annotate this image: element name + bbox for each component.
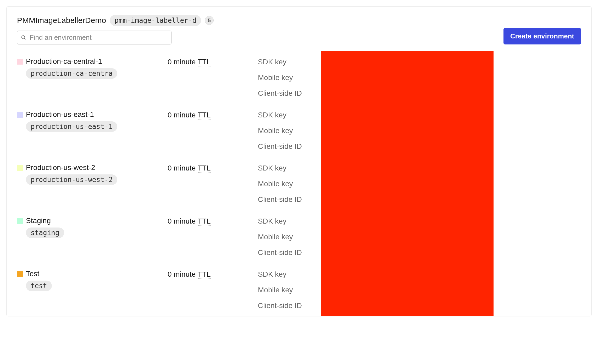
- environment-key-badge: production-ca-centra: [26, 68, 117, 79]
- ttl-value: 0 minute TTL: [168, 57, 258, 66]
- ttl-prefix: 0 minute: [168, 217, 198, 225]
- svg-point-0: [22, 36, 25, 39]
- header-left: PMMImageLabellerDemo pmm-image-labeller-…: [17, 15, 214, 44]
- client-key-label: Client-side ID: [258, 302, 302, 310]
- ttl-value: 0 minute TTL: [168, 217, 258, 225]
- color-swatch: [17, 271, 23, 277]
- ttl-prefix: 0 minute: [168, 164, 198, 172]
- environment-key-badge: production-us-west-2: [26, 174, 117, 185]
- environment-name: Staging: [26, 217, 64, 225]
- project-key-badge: pmm-image-labeller-d: [110, 15, 201, 26]
- sdk-key-label: SDK key: [258, 111, 302, 119]
- color-swatch: [17, 112, 23, 118]
- environment-row[interactable]: Production-us-east-1production-us-east-1…: [7, 104, 591, 157]
- ttl-abbr: TTL: [198, 217, 211, 226]
- environment-name-column: Production-us-west-2production-us-west-2: [17, 163, 168, 185]
- environment-key-badge: production-us-east-1: [26, 121, 117, 132]
- environment-count-badge: 5: [205, 16, 214, 25]
- ttl-abbr: TTL: [198, 58, 211, 66]
- environment-row[interactable]: Testtest0 minute TTLSDK keyMobile keyCli…: [7, 263, 591, 316]
- ttl-prefix: 0 minute: [168, 58, 198, 66]
- environment-name-stack: Production-us-east-1production-us-east-1: [26, 110, 117, 132]
- ttl-abbr: TTL: [198, 111, 211, 120]
- sdk-key-label: SDK key: [258, 58, 302, 66]
- keys-column: SDK keyMobile keyClient-side ID: [258, 110, 302, 151]
- client-key-label: Client-side ID: [258, 89, 302, 98]
- mobile-key-label: Mobile key: [258, 127, 302, 135]
- environment-name-stack: Production-us-west-2production-us-west-2: [26, 163, 117, 185]
- environment-name-stack: Testtest: [26, 270, 52, 291]
- search-icon: [21, 35, 26, 41]
- client-key-label: Client-side ID: [258, 248, 302, 257]
- environment-row[interactable]: Stagingstaging0 minute TTLSDK keyMobile …: [7, 210, 591, 263]
- ttl-abbr: TTL: [198, 164, 211, 173]
- sdk-key-label: SDK key: [258, 217, 302, 225]
- environments-panel: PMMImageLabellerDemo pmm-image-labeller-…: [6, 6, 592, 316]
- ttl-value: 0 minute TTL: [168, 110, 258, 119]
- environment-name: Test: [26, 270, 52, 278]
- svg-line-1: [24, 38, 25, 39]
- search-input[interactable]: [30, 33, 168, 42]
- ttl-value: 0 minute TTL: [168, 270, 258, 278]
- title-row: PMMImageLabellerDemo pmm-image-labeller-…: [17, 15, 214, 26]
- ttl-abbr: TTL: [198, 270, 211, 279]
- environment-name-stack: Production-ca-central-1production-ca-cen…: [26, 57, 117, 79]
- sdk-key-label: SDK key: [258, 270, 302, 278]
- mobile-key-label: Mobile key: [258, 180, 302, 188]
- search-wrapper[interactable]: [17, 31, 171, 44]
- client-key-label: Client-side ID: [258, 142, 302, 151]
- color-swatch: [17, 218, 23, 224]
- environment-name-column: Production-us-east-1production-us-east-1: [17, 110, 168, 132]
- keys-column: SDK keyMobile keyClient-side ID: [258, 57, 302, 98]
- environment-name: Production-us-west-2: [26, 163, 117, 172]
- sdk-key-label: SDK key: [258, 164, 302, 172]
- mobile-key-label: Mobile key: [258, 286, 302, 294]
- create-environment-button[interactable]: Create environment: [503, 28, 581, 44]
- keys-column: SDK keyMobile keyClient-side ID: [258, 163, 302, 204]
- environment-row[interactable]: Production-us-west-2production-us-west-2…: [7, 157, 591, 210]
- ttl-prefix: 0 minute: [168, 111, 198, 119]
- panel-header: PMMImageLabellerDemo pmm-image-labeller-…: [7, 7, 591, 51]
- color-swatch: [17, 59, 23, 65]
- redacted-overlay: [321, 51, 494, 316]
- keys-column: SDK keyMobile keyClient-side ID: [258, 217, 302, 257]
- environment-name-column: Testtest: [17, 270, 168, 291]
- environment-key-badge: staging: [26, 228, 64, 238]
- keys-column: SDK keyMobile keyClient-side ID: [258, 270, 302, 310]
- ttl-prefix: 0 minute: [168, 270, 198, 278]
- environment-name: Production-ca-central-1: [26, 57, 117, 66]
- environment-name-column: Production-ca-central-1production-ca-cen…: [17, 57, 168, 79]
- ttl-value: 0 minute TTL: [168, 163, 258, 172]
- project-title: PMMImageLabellerDemo: [17, 16, 106, 25]
- environment-name-column: Stagingstaging: [17, 217, 168, 238]
- mobile-key-label: Mobile key: [258, 73, 302, 82]
- client-key-label: Client-side ID: [258, 195, 302, 204]
- environment-list: Production-ca-central-1production-ca-cen…: [7, 51, 591, 316]
- environment-name-stack: Stagingstaging: [26, 217, 64, 238]
- environment-row[interactable]: Production-ca-central-1production-ca-cen…: [7, 51, 591, 104]
- mobile-key-label: Mobile key: [258, 233, 302, 241]
- environment-name: Production-us-east-1: [26, 110, 117, 119]
- color-swatch: [17, 165, 23, 171]
- environment-key-badge: test: [26, 281, 52, 291]
